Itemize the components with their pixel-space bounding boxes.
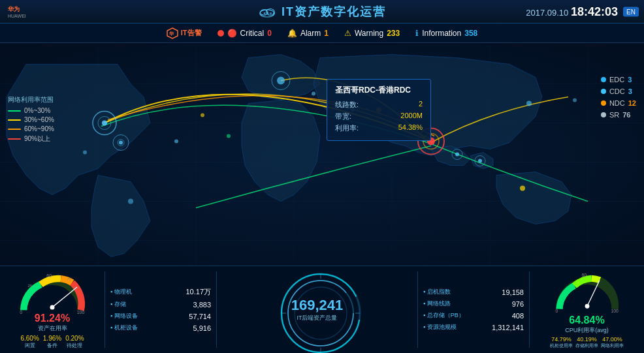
stat-icon-r0: ▪ 启机指数 [423, 288, 451, 296]
header: 华为 HUAWEI eSee IT资产数字化运营 2017.09.10 18:4… [0, 0, 644, 23]
sr-dot [601, 112, 606, 117]
svg-text:75: 75 [67, 277, 71, 281]
svg-text:60: 60 [46, 273, 52, 278]
center-left-stats: ▪ 物理机 10.17万 ▪ 存储 3,883 ▪ 网络设备 57,714 ▪ … [105, 266, 216, 353]
svg-point-46 [83, 151, 87, 155]
sub-stat-2: 0.20% 待处理 [65, 335, 84, 349]
tooltip-label-2: 利用率: [335, 123, 359, 133]
svg-point-42 [573, 99, 577, 102]
stat-val-1: 3,883 [193, 301, 211, 309]
map-tooltip: 圣西哥RDC-香港RDC 线路数: 2 带宽: 2000M 利用率: 54.38… [327, 79, 431, 141]
cdc-dot [601, 89, 606, 94]
header-datetime: 2017.09.10 18:42:03 [526, 5, 618, 18]
left-gauge-section: 0 60 100 25 75 91.24% 资产在用率 6.60% 闲置 1.9… [0, 266, 105, 353]
svg-point-27 [277, 77, 285, 85]
left-gauge-svg: 0 60 100 25 75 [10, 270, 95, 316]
critical-dot [217, 30, 224, 37]
right-legend-cdc: CDC 3 [601, 87, 636, 95]
tooltip-row-2: 利用率: 54.38% [335, 123, 423, 133]
critical-icon: 🔴 [227, 29, 237, 38]
language-button[interactable]: EN [623, 7, 639, 16]
center-right-stats: ▪ 启机指数 19,158 ▪ 网络线路 976 ▪ 总存储（PB） 408 ▪… [418, 266, 529, 353]
huawei-icon: 华 [167, 27, 178, 39]
legend-line-yellow [8, 119, 21, 121]
header-logo: 华为 HUAWEI [8, 3, 44, 20]
stat-row-r1: ▪ 网络线路 976 [423, 299, 524, 308]
stat-row-r0: ▪ 启机指数 19,158 [423, 288, 524, 296]
bottom-panel: 0 60 100 25 75 91.24% 资产在用率 6.60% 闲置 1.9… [0, 266, 644, 353]
cdc-label: CDC [609, 87, 625, 95]
alarm-value: 1 [324, 29, 329, 38]
stat-icon-r3: ▪ 资源池规模 [423, 323, 457, 331]
alarm-icon: 🔔 [287, 29, 297, 38]
sub-stat-label-2: 待处理 [65, 342, 84, 349]
left-gauge-sub-stats: 6.60% 闲置 1.96% 备件 0.20% 待处理 [20, 335, 84, 349]
stat-val-r2: 408 [512, 312, 524, 320]
sub-stat-0: 6.60% 闲置 [20, 335, 39, 349]
stat-row-3: ▪ 机柜设备 5,916 [110, 324, 211, 332]
edc-dot [601, 77, 606, 82]
stat-row-r3: ▪ 资源池规模 1,312,141 [423, 323, 524, 331]
warning-label: Warning [355, 29, 383, 38]
warning-value: 233 [387, 29, 400, 38]
right-legend: EDC 3 CDC 3 NDC 12 SR 76 [601, 76, 636, 123]
legend-label-1: 30%~60% [24, 116, 54, 123]
stat-val-0: 10.17万 [185, 287, 211, 297]
alert-alarm: 🔔 Alarm 1 [287, 29, 329, 38]
svg-point-45 [227, 134, 231, 138]
page-title: IT资产数字化运营 [282, 4, 386, 20]
world-map [0, 43, 644, 268]
legend-item-orange: 60%~90% [8, 125, 54, 132]
legend-label-3: 90%以上 [24, 134, 50, 144]
rsub-1: 40.19% 存储利用率 [575, 336, 598, 349]
stat-icon-0: ▪ 物理机 [110, 288, 132, 296]
main-counter: 169,241 IT后端资产总量 [217, 266, 417, 353]
counter-ring: 169,241 IT后端资产总量 [278, 271, 357, 349]
ndc-label: NDC [609, 99, 625, 107]
sr-label: SR [609, 111, 619, 119]
left-gauge-label: 资产在用率 [38, 324, 67, 333]
stat-icon-2: ▪ 网络设备 [110, 312, 138, 320]
legend-item-green: 0%~30% [8, 107, 54, 114]
svg-text:60: 60 [581, 273, 587, 277]
stat-val-r0: 19,158 [502, 288, 524, 296]
header-title: eSee IT资产数字化运营 [258, 4, 386, 20]
rsub-val-0: 74.79% [550, 336, 573, 343]
ndc-dot [601, 100, 606, 106]
header-date: 2017.09.10 [526, 7, 568, 17]
sub-stat-val-1: 1.96% [43, 335, 61, 342]
rsub-0: 74.79% 机柜使用率 [550, 336, 573, 349]
svg-text:华为: 华为 [8, 5, 20, 12]
sub-stat-label-1: 备件 [43, 342, 61, 349]
tooltip-title: 圣西哥RDC-香港RDC [335, 85, 423, 96]
legend-item-red: 90%以上 [8, 134, 54, 144]
legend-label-0: 0%~30% [24, 107, 50, 114]
stat-row-1: ▪ 存储 3,883 [110, 300, 211, 309]
svg-text:0: 0 [555, 309, 558, 313]
stat-val-r3: 1,312,141 [492, 324, 524, 331]
legend-item-yellow: 30%~60% [8, 116, 54, 123]
svg-text:0: 0 [20, 310, 22, 315]
tooltip-val-1: 2000M [400, 112, 423, 121]
svg-point-44 [128, 199, 133, 204]
tooltip-val-0: 2 [419, 100, 423, 110]
info-value: 358 [464, 29, 477, 38]
svg-point-39 [312, 92, 315, 96]
right-gauge-section: 0 60 100 64.84% CPU利用率(avg) 74.79% 机柜使用率… [530, 266, 644, 353]
svg-point-25 [119, 141, 123, 145]
svg-text:华: 华 [169, 31, 174, 36]
svg-text:100: 100 [77, 310, 85, 315]
rsub-val-2: 47.00% [601, 336, 624, 343]
rsub-label-2: 网络利用率 [601, 343, 624, 349]
right-legend-sr: SR 76 [601, 111, 636, 119]
stat-row-0: ▪ 物理机 10.17万 [110, 287, 211, 297]
sub-stat-val-2: 0.20% [65, 335, 84, 342]
svg-point-43 [520, 186, 525, 191]
right-gauge-svg: 0 60 100 [545, 270, 630, 315]
tooltip-label-0: 线路数: [335, 100, 359, 110]
right-gauge-sub-stats: 74.79% 机柜使用率 40.19% 存储利用率 47.00% 网络利用率 [550, 336, 624, 349]
alert-warning: ⚠ Warning 233 [344, 29, 400, 38]
svg-point-67 [585, 304, 589, 309]
legend-line-orange [8, 129, 21, 130]
svg-point-38 [201, 114, 204, 117]
